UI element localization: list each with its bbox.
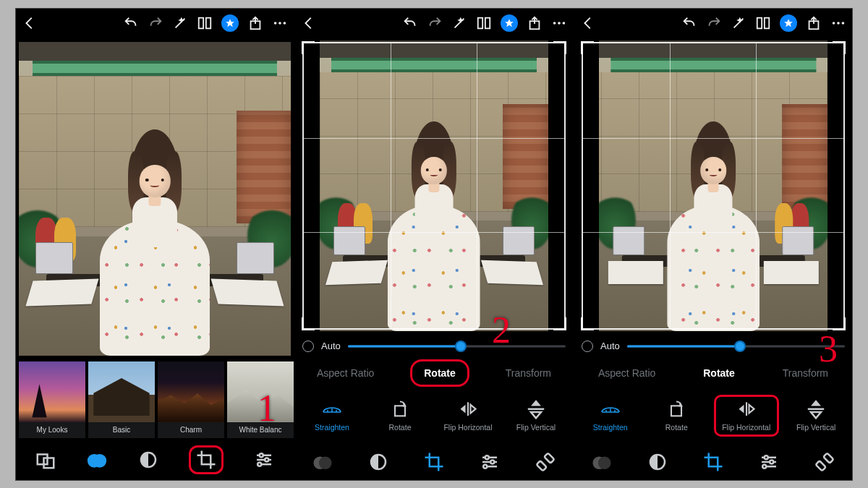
- op-flip-horizontal[interactable]: Flip Horizontal: [439, 400, 497, 432]
- redo-icon[interactable]: [148, 15, 163, 31]
- preset-label: My Looks: [19, 422, 85, 438]
- preset-basic[interactable]: Basic: [88, 361, 155, 438]
- flip-horizontal-icon: [736, 400, 757, 419]
- flip-horizontal-highlight: Flip Horizontal: [714, 395, 779, 437]
- tab-rotate[interactable]: Rotate: [696, 363, 742, 383]
- auto-slider-row: Auto: [295, 334, 573, 359]
- nav-crop-icon[interactable]: [702, 451, 724, 473]
- undo-icon[interactable]: [123, 15, 139, 31]
- svg-point-10: [93, 454, 106, 467]
- svg-marker-49: [784, 19, 793, 27]
- flip-horizontal-icon: [458, 400, 478, 419]
- rotate-ops: Straighten Rotate Flip Horizontal Flip V…: [295, 388, 573, 444]
- auto-enhance-icon[interactable]: [172, 15, 188, 31]
- effects-tool-icon[interactable]: [137, 449, 159, 471]
- svg-rect-45: [544, 453, 554, 463]
- tab-aspect-ratio[interactable]: Aspect Ratio: [310, 363, 381, 383]
- preset-label: Charm: [158, 422, 224, 438]
- nav-presets-icon[interactable]: [312, 451, 333, 473]
- back-icon[interactable]: [301, 15, 317, 31]
- tab-aspect-ratio[interactable]: Aspect Ratio: [591, 363, 663, 383]
- share-icon[interactable]: [806, 15, 822, 31]
- op-flip-vertical[interactable]: Flip Vertical: [787, 400, 845, 432]
- op-flip-horizontal[interactable]: Flip Horizontal: [718, 400, 775, 432]
- svg-marker-61: [749, 405, 754, 414]
- nav-effects-icon[interactable]: [367, 451, 389, 473]
- share-icon[interactable]: [527, 15, 542, 31]
- svg-marker-32: [470, 405, 475, 414]
- svg-point-4: [274, 22, 277, 25]
- crop-tool-icon[interactable]: [195, 449, 217, 471]
- straighten-slider[interactable]: [348, 339, 566, 354]
- premium-star-icon[interactable]: [221, 14, 239, 32]
- share-icon[interactable]: [247, 15, 263, 31]
- before-after-icon[interactable]: [476, 15, 492, 31]
- svg-marker-20: [505, 19, 514, 27]
- crop-handle-br[interactable]: [553, 317, 566, 330]
- svg-rect-7: [38, 454, 48, 464]
- preset-charm[interactable]: Charm: [158, 361, 224, 438]
- tab-rotate[interactable]: Rotate: [417, 363, 463, 383]
- nav-heal-icon[interactable]: [535, 451, 556, 473]
- svg-point-44: [483, 464, 487, 468]
- before-after-icon[interactable]: [197, 15, 213, 31]
- photo-canvas[interactable]: [16, 38, 294, 360]
- straighten-slider[interactable]: [627, 339, 845, 354]
- nav-effects-icon[interactable]: [647, 451, 668, 473]
- op-straighten[interactable]: Straighten: [582, 400, 639, 432]
- crop-handle-tl[interactable]: [302, 41, 315, 54]
- more-icon[interactable]: [272, 15, 288, 31]
- redo-icon[interactable]: [427, 15, 443, 31]
- crop-handle-bl[interactable]: [302, 317, 315, 330]
- preset-thumb: [19, 361, 85, 422]
- light-tool-icon[interactable]: [86, 449, 108, 471]
- more-icon[interactable]: [551, 15, 567, 31]
- auto-enhance-icon[interactable]: [451, 15, 467, 31]
- nav-heal-icon[interactable]: [814, 451, 835, 473]
- undo-icon[interactable]: [681, 15, 697, 31]
- back-icon[interactable]: [22, 15, 38, 31]
- crop-handle-bl[interactable]: [581, 317, 594, 330]
- bottom-nav: [574, 444, 852, 480]
- auto-enhance-icon[interactable]: [731, 15, 746, 31]
- slider-knob[interactable]: [734, 341, 746, 352]
- premium-star-icon[interactable]: [780, 14, 797, 32]
- photo-canvas[interactable]: [295, 38, 573, 334]
- preset-white-balance[interactable]: White Balanc: [227, 361, 294, 438]
- auto-toggle-icon[interactable]: [302, 341, 314, 352]
- op-rotate[interactable]: Rotate: [647, 400, 705, 432]
- auto-toggle-icon[interactable]: [582, 341, 593, 352]
- photo-canvas[interactable]: [574, 38, 852, 334]
- nav-crop-icon[interactable]: [423, 451, 445, 473]
- auto-label: Auto: [600, 341, 620, 351]
- detail-tool-icon[interactable]: [253, 449, 275, 471]
- top-toolbar: [16, 9, 294, 38]
- rotate-tab-highlight: Rotate: [410, 359, 469, 387]
- nav-detail-icon[interactable]: [758, 451, 780, 473]
- before-after-icon[interactable]: [755, 15, 771, 31]
- tab-transform[interactable]: Transform: [498, 363, 558, 383]
- preset-my-looks[interactable]: My Looks: [19, 361, 85, 438]
- back-icon[interactable]: [580, 15, 596, 31]
- more-icon[interactable]: [830, 15, 846, 31]
- crop-tabs: Aspect Ratio Rotate Transform: [574, 359, 852, 388]
- op-rotate[interactable]: Rotate: [371, 400, 429, 432]
- preset-thumb: [227, 361, 294, 422]
- crop-handle-tr[interactable]: [833, 41, 846, 54]
- crop-handle-br[interactable]: [833, 317, 846, 330]
- op-flip-vertical[interactable]: Flip Vertical: [507, 400, 565, 432]
- slider-knob[interactable]: [455, 341, 467, 352]
- premium-star-icon[interactable]: [501, 14, 518, 32]
- crop-handle-tl[interactable]: [581, 41, 594, 54]
- presets-tool-icon[interactable]: [35, 449, 56, 471]
- svg-rect-46: [536, 461, 546, 471]
- nav-detail-icon[interactable]: [479, 451, 501, 473]
- svg-marker-63: [811, 400, 821, 406]
- redo-icon[interactable]: [706, 15, 722, 31]
- nav-presets-icon[interactable]: [591, 451, 613, 473]
- undo-icon[interactable]: [402, 15, 418, 31]
- crop-handle-tr[interactable]: [553, 41, 566, 54]
- tab-transform[interactable]: Transform: [775, 363, 835, 383]
- op-straighten[interactable]: Straighten: [303, 400, 361, 432]
- preset-strip[interactable]: My Looks Basic Charm White Balanc: [16, 360, 294, 440]
